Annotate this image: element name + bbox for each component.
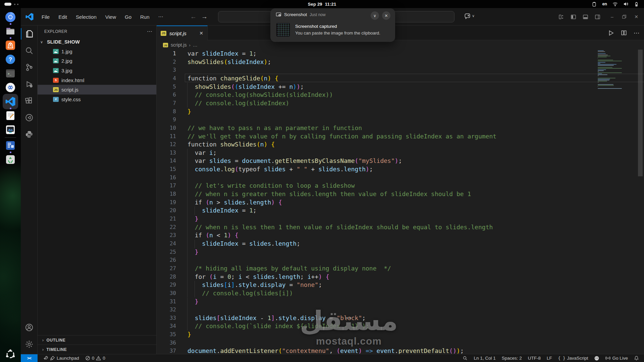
code-line-2[interactable]: 2showSlides(slideIndex); bbox=[157, 58, 644, 66]
customize-layout-icon[interactable] bbox=[557, 12, 566, 21]
cursor-position[interactable]: Ln 1, Col 1 bbox=[471, 354, 498, 362]
code-line-24[interactable]: 24 slideIndex = slides.length; bbox=[157, 240, 644, 248]
code-line-33[interactable]: 33 slides[slideIndex - 1].style.display … bbox=[157, 314, 644, 322]
explorer-more-icon[interactable]: ⋯ bbox=[147, 28, 152, 35]
ubuntu-logo-icon[interactable] bbox=[5, 349, 16, 360]
dock-item-trash[interactable] bbox=[0, 153, 21, 167]
close-button[interactable]: ✕ bbox=[632, 12, 641, 21]
vertical-scrollbar[interactable] bbox=[638, 50, 643, 176]
file-1-jpg[interactable]: 1.jpg bbox=[38, 47, 156, 56]
dock-item-terminal[interactable]: >_ bbox=[0, 66, 21, 80]
menu-view[interactable]: View bbox=[102, 13, 119, 21]
file-3-jpg[interactable]: 3.jpg bbox=[38, 66, 156, 75]
section-timeline[interactable]: ›TIMELINE bbox=[38, 345, 157, 354]
code-line-16[interactable]: 16 bbox=[157, 174, 644, 182]
code-line-31[interactable]: 31 } bbox=[157, 298, 644, 306]
breadcrumb-file[interactable]: script.js bbox=[171, 42, 186, 48]
dock-item-chromium[interactable] bbox=[0, 10, 21, 24]
code-line-26[interactable]: 26 bbox=[157, 256, 644, 264]
breadcrumb[interactable]: JS script.js › … bbox=[157, 40, 644, 50]
menu-go[interactable]: Go bbox=[121, 13, 135, 21]
system-tray[interactable]: en bbox=[591, 0, 639, 8]
battery-icon[interactable] bbox=[634, 1, 639, 7]
screenshot-notification[interactable]: Screenshot Just now ∨ ✕ Screenshot captu… bbox=[270, 8, 395, 42]
code-line-25[interactable]: 25 } bbox=[157, 248, 644, 256]
breadcrumb-tail[interactable]: … bbox=[193, 42, 198, 48]
code-line-19[interactable]: 19 if (n > slides.length) { bbox=[157, 198, 644, 207]
dock-item-libreoffice-writer[interactable] bbox=[0, 138, 21, 153]
problems-button[interactable]: 0 0 bbox=[83, 354, 108, 362]
code-line-37[interactable]: 37document.addEventListener("contextmenu… bbox=[157, 347, 644, 354]
code-line-7[interactable]: 7 // console.log(slideIndex) bbox=[157, 99, 644, 108]
code-line-27[interactable]: 27 /* hiding all images by default using… bbox=[157, 264, 644, 273]
activity-extensions-icon[interactable] bbox=[21, 93, 38, 109]
code-line-32[interactable]: 32 bbox=[157, 306, 644, 314]
minimize-button[interactable]: – bbox=[608, 12, 616, 21]
clipboard-icon[interactable] bbox=[591, 1, 597, 7]
vscode-logo-icon[interactable] bbox=[25, 13, 34, 21]
go-live-button[interactable]: Go Live bbox=[603, 354, 630, 362]
code-line-11[interactable]: 11// we'll get the value of n by calling… bbox=[157, 132, 644, 141]
split-editor-icon[interactable] bbox=[621, 30, 627, 36]
dock-item-vscode[interactable] bbox=[0, 95, 21, 109]
code-line-22[interactable]: 22 // when n is less then 1 then value o… bbox=[157, 223, 644, 232]
activity-explorer-icon[interactable] bbox=[21, 25, 38, 42]
launchpad-button[interactable]: Launchpad bbox=[41, 354, 82, 362]
code-editor[interactable]: 1var slideIndex = 1;2showSlides(slideInd… bbox=[157, 50, 644, 354]
tab-script-js[interactable]: JS script.js ✕ bbox=[157, 25, 208, 40]
activity-run-and-debug-icon[interactable] bbox=[21, 76, 38, 93]
menu-file[interactable]: File bbox=[38, 13, 53, 21]
code-line-10[interactable]: 10// we have to pass n as an parameter i… bbox=[157, 124, 644, 132]
code-line-13[interactable]: 13 var i; bbox=[157, 149, 644, 157]
dock-item-help[interactable]: ? bbox=[0, 52, 21, 66]
code-line-20[interactable]: 20 slideIndex = 1; bbox=[157, 206, 644, 215]
clock[interactable]: Sep 2911:21 bbox=[0, 2, 644, 7]
activity-live-share-icon[interactable] bbox=[21, 109, 38, 126]
code-line-23[interactable]: 23 if (n < 1) { bbox=[157, 231, 644, 240]
code-line-35[interactable]: 35} bbox=[157, 330, 644, 339]
dock-item-files[interactable] bbox=[0, 24, 21, 38]
minimap[interactable] bbox=[598, 50, 624, 89]
dock-item-share-circle[interactable] bbox=[0, 80, 21, 95]
code-line-5[interactable]: 5 showSlides((slideIndex += n)); bbox=[157, 83, 644, 91]
code-line-1[interactable]: 1var slideIndex = 1; bbox=[157, 50, 644, 58]
toggle-primary-sidebar-icon[interactable] bbox=[569, 12, 578, 21]
code-line-34[interactable]: 34 // console.log(`slide index ${slideIn… bbox=[157, 322, 644, 330]
menu-run[interactable]: Run bbox=[137, 13, 153, 21]
code-line-12[interactable]: 12function showSlides(n) { bbox=[157, 140, 644, 149]
language-mode[interactable]: { } JavaScript bbox=[556, 354, 591, 362]
code-line-18[interactable]: 18 // when n is greater then slides.leng… bbox=[157, 190, 644, 198]
menu-edit[interactable]: Edit bbox=[55, 13, 70, 21]
code-line-36[interactable]: 36 bbox=[157, 339, 644, 347]
code-line-28[interactable]: 28 for (i = 0; i < slides.length; i++) { bbox=[157, 273, 644, 281]
notification-expand-button[interactable]: ∨ bbox=[371, 11, 379, 20]
file-2-jpg[interactable]: 2.jpg bbox=[38, 56, 156, 66]
dock-item-image-viewer[interactable] bbox=[0, 123, 21, 137]
code-line-6[interactable]: 6 // console.log(showSlides(slideIndex)) bbox=[157, 91, 644, 99]
restore-button[interactable] bbox=[620, 12, 629, 21]
nav-forward-icon[interactable]: → bbox=[201, 13, 208, 20]
notifications-bell-icon[interactable] bbox=[632, 354, 641, 362]
file-index-html[interactable]: 5index.html bbox=[38, 75, 156, 85]
code-line-3[interactable]: 3 bbox=[157, 66, 644, 74]
volume-icon[interactable] bbox=[623, 1, 629, 7]
tab-close-icon[interactable]: ✕ bbox=[199, 31, 203, 36]
indentation[interactable]: Spaces: 2 bbox=[499, 354, 524, 362]
file-style-css[interactable]: #style.css bbox=[38, 95, 156, 104]
toggle-panel-icon[interactable] bbox=[581, 12, 590, 21]
file-script-js[interactable]: JSscript.js bbox=[38, 85, 156, 95]
folder-row-slide-show[interactable]: ∨ SLIDE_SHOW bbox=[38, 37, 156, 47]
code-line-21[interactable]: 21 } bbox=[157, 215, 644, 223]
activity-python-icon[interactable] bbox=[21, 126, 38, 143]
dock-item-text-editor[interactable] bbox=[0, 109, 21, 123]
menu-[interactable]: ⋯ bbox=[155, 12, 167, 21]
code-line-17[interactable]: 17 // let's write condition to loop a sl… bbox=[157, 182, 644, 190]
toggle-secondary-sidebar-icon[interactable] bbox=[593, 12, 602, 21]
dock-item-appcenter[interactable] bbox=[0, 38, 21, 52]
code-line-14[interactable]: 14 var slides = document.getElementsByCl… bbox=[157, 157, 644, 165]
code-line-29[interactable]: 29 slides[i].style.display = "none"; bbox=[157, 281, 644, 289]
menu-selection[interactable]: Selection bbox=[72, 13, 100, 21]
activity-search-icon[interactable] bbox=[21, 42, 38, 59]
section-outline[interactable]: ›OUTLINE bbox=[38, 335, 157, 345]
encoding[interactable]: UTF-8 bbox=[526, 354, 543, 362]
